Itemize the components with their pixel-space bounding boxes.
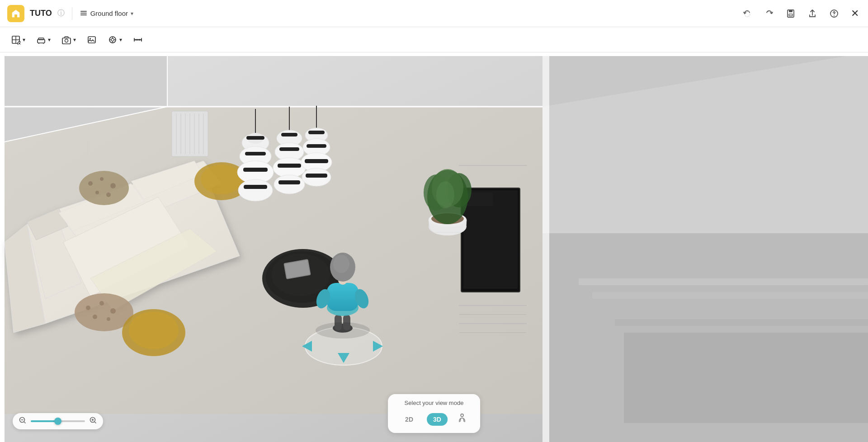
svg-rect-112: [278, 180, 300, 184]
svg-rect-5: [789, 10, 793, 12]
svg-point-87: [110, 308, 116, 314]
toolbar-group-furniture: ▾: [33, 32, 54, 47]
app-logo: [7, 5, 24, 22]
svg-point-80: [100, 177, 104, 181]
furniture-button[interactable]: ▾: [33, 32, 54, 47]
svg-rect-56: [0, 52, 868, 56]
add-room-button[interactable]: ▾: [7, 32, 29, 47]
svg-rect-110: [279, 147, 299, 151]
svg-rect-16: [38, 38, 44, 40]
topbar-left: TUTO ⓘ Ground floor ▾: [7, 5, 133, 22]
toolbar-camera-dropdown: ▾: [73, 37, 76, 43]
view-mode-person-button[interactable]: [455, 411, 469, 428]
svg-rect-53: [615, 319, 868, 326]
svg-rect-100: [246, 136, 264, 140]
close-button[interactable]: ✕: [849, 6, 861, 21]
svg-line-167: [463, 419, 464, 422]
svg-point-85: [86, 306, 90, 310]
svg-rect-3: [80, 14, 87, 15]
view-mode-panel: Select your view mode 2D 3D: [388, 394, 480, 433]
svg-point-20: [65, 39, 68, 42]
toolbar-group-camera: ▾: [58, 32, 80, 47]
undo-button[interactable]: [741, 7, 754, 20]
floor-label: Ground floor: [90, 9, 128, 17]
svg-line-164: [95, 422, 96, 423]
svg-rect-1: [80, 11, 87, 12]
svg-point-156: [333, 255, 349, 273]
svg-rect-57: [542, 52, 549, 442]
toolbar-group-image: [83, 32, 100, 47]
svg-rect-109: [281, 133, 297, 136]
svg-rect-103: [244, 185, 267, 189]
svg-rect-51: [592, 292, 868, 299]
svg-point-91: [129, 311, 179, 349]
svg-rect-0: [14, 14, 17, 17]
scene-3d: [0, 52, 868, 442]
svg-point-142: [436, 181, 454, 208]
svg-line-166: [460, 419, 461, 422]
viewport[interactable]: Select your view mode 2D 3D: [0, 52, 868, 442]
toolbar-group-measure: [129, 32, 146, 47]
zoom-slider[interactable]: [31, 420, 85, 422]
zoom-in-button[interactable]: [90, 417, 97, 426]
help-button[interactable]: [827, 7, 841, 20]
svg-rect-111: [278, 164, 301, 168]
svg-rect-120: [305, 159, 328, 163]
camera-button[interactable]: ▾: [58, 32, 80, 47]
svg-rect-102: [243, 168, 268, 172]
svg-point-165: [461, 414, 463, 417]
svg-point-83: [106, 193, 111, 197]
svg-rect-52: [606, 306, 868, 312]
area-button[interactable]: ▾: [104, 32, 126, 47]
svg-rect-101: [245, 152, 266, 155]
app-title: TUTO: [30, 9, 52, 18]
svg-rect-54: [624, 333, 868, 423]
svg-point-81: [110, 183, 116, 188]
zoom-control: [13, 413, 103, 429]
svg-rect-119: [307, 144, 326, 148]
svg-point-86: [99, 301, 104, 306]
toolbar-add-room-label: ▾: [23, 37, 25, 43]
svg-point-8: [834, 15, 835, 16]
view-mode-2d-button[interactable]: 2D: [399, 413, 420, 426]
svg-line-160: [24, 422, 26, 423]
view-mode-title: Select your view mode: [405, 400, 464, 406]
measure-button[interactable]: [129, 32, 146, 47]
svg-point-99: [238, 179, 273, 201]
share-button[interactable]: [806, 7, 819, 20]
svg-point-93: [201, 165, 242, 194]
topbar-divider: [72, 7, 72, 20]
toolbar-furniture-dropdown: ▾: [48, 37, 51, 43]
svg-rect-118: [308, 131, 325, 134]
svg-point-22: [90, 38, 91, 39]
topbar-right: ✕: [741, 6, 861, 21]
chevron-down-icon: ▾: [131, 10, 133, 17]
svg-rect-21: [88, 37, 95, 43]
svg-point-89: [107, 317, 110, 321]
svg-rect-121: [306, 174, 327, 178]
save-button[interactable]: [784, 7, 797, 20]
info-icon[interactable]: ⓘ: [57, 9, 65, 18]
svg-point-82: [95, 191, 99, 194]
toolbar-group-area: ▾: [104, 32, 126, 47]
svg-rect-2: [80, 13, 87, 14]
view-mode-3d-button[interactable]: 3D: [427, 413, 448, 426]
floor-selector[interactable]: Ground floor ▾: [80, 9, 133, 19]
svg-point-157: [316, 322, 370, 339]
svg-rect-55: [0, 52, 5, 442]
toolbar: ▾ ▾ ▾: [0, 27, 868, 52]
svg-rect-6: [789, 14, 793, 16]
toolbar-area-dropdown: ▾: [119, 37, 122, 43]
svg-rect-50: [579, 278, 868, 285]
top-bar: TUTO ⓘ Ground floor ▾: [0, 0, 868, 27]
svg-point-88: [93, 315, 97, 319]
svg-point-24: [111, 38, 114, 41]
image-button[interactable]: [83, 32, 100, 47]
redo-button[interactable]: [762, 7, 776, 20]
floor-icon: [80, 9, 88, 19]
svg-point-79: [88, 181, 93, 186]
view-mode-buttons: 2D 3D: [399, 411, 469, 428]
toolbar-group-room: ▾: [7, 32, 29, 47]
svg-rect-151: [327, 283, 359, 311]
zoom-out-button[interactable]: [19, 417, 26, 426]
